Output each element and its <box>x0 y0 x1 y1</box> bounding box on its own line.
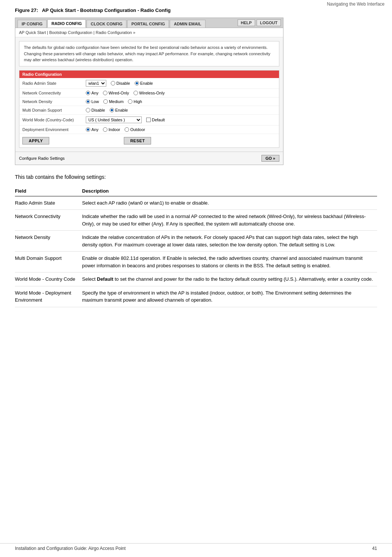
col-field: Field <box>15 186 82 196</box>
table-row: Network Density Low Medium <box>19 97 279 106</box>
reset-button[interactable]: RESET <box>124 137 151 144</box>
field-label: Deployment Environment <box>19 125 83 134</box>
nav-tabs-bar: IP CONFIG RADIO CONFIG CLOCK CONFIG PORT… <box>15 18 283 28</box>
radio-circle-medium <box>103 99 108 104</box>
tab-admin-email[interactable]: ADMIN EMAIL <box>170 20 205 28</box>
figure-title: Figure 27: AP Quick Start - Bootstrap Co… <box>15 7 377 13</box>
field-label: Radio Admin State <box>19 78 83 89</box>
help-button[interactable]: HELP <box>238 19 255 26</box>
radio-enable[interactable]: Enable <box>135 81 153 85</box>
col-description: Description <box>82 186 377 196</box>
field-controls: Any Wired-Only Wireless-Only <box>83 88 279 97</box>
radio-circle-enable <box>135 81 139 85</box>
table-row: Multi Domain Support Disable Enable <box>19 106 279 114</box>
radio-circle-low <box>86 99 90 104</box>
table-row: World Mode - Deployment Environment Spec… <box>15 286 377 307</box>
field-name: Network Density <box>15 231 82 252</box>
field-description-table: Field Description Radio Admin State Sele… <box>15 186 377 307</box>
tab-portal-config[interactable]: PORTAL CONFIG <box>127 20 169 28</box>
config-table: Radio Admin State wlan1 wlan0 Disable <box>19 78 279 134</box>
tab-clock-config[interactable]: CLOCK CONFIG <box>87 20 126 28</box>
bold-default: Default <box>97 276 113 282</box>
radio-multi-disable[interactable]: Disable <box>86 108 105 112</box>
field-name: World Mode - Deployment Environment <box>15 286 82 307</box>
radio-low[interactable]: Low <box>86 99 99 104</box>
field-name: Network Connectivity <box>15 210 82 231</box>
radio-circle-outdoor <box>125 127 129 132</box>
field-label: Network Density <box>19 97 83 106</box>
radio-medium[interactable]: Medium <box>103 99 123 104</box>
field-label: Multi Domain Support <box>19 106 83 114</box>
radio-circle-disable <box>111 81 115 85</box>
field-desc: Indicate whether the radio will be used … <box>82 210 377 231</box>
radio-any[interactable]: Any <box>86 91 98 95</box>
radio-wired-only[interactable]: Wired-Only <box>103 91 129 95</box>
radio-wireless-only[interactable]: Wireless-Only <box>134 91 164 95</box>
table-row: Radio Admin State Select each AP radio (… <box>15 196 377 210</box>
top-right-label: Navigating the Web Interface <box>327 0 385 8</box>
logout-button[interactable]: LOGOUT <box>257 19 281 26</box>
radio-deploy-indoor[interactable]: Indoor <box>103 127 120 132</box>
radio-circle-multi-enable <box>110 108 114 112</box>
config-section-header: Radio Configuration <box>19 71 279 78</box>
field-label: World Mode (Country-Code) <box>19 114 83 125</box>
tab-ip-config[interactable]: IP CONFIG <box>18 20 47 28</box>
country-code-select[interactable]: US ( United States ) <box>86 116 142 123</box>
table-row: Network Density Indicate the relative co… <box>15 231 377 252</box>
field-controls: Low Medium High <box>83 97 279 106</box>
apply-button[interactable]: APPLY <box>22 137 49 144</box>
field-name: World Mode - Country Code <box>15 273 82 286</box>
field-controls: wlan1 wlan0 Disable Enable <box>83 78 279 89</box>
desc-intro: This tab contains the following settings… <box>15 174 377 180</box>
nav-tabs-left: IP CONFIG RADIO CONFIG CLOCK CONFIG PORT… <box>18 19 206 28</box>
footer-left: Installation and Configuration Guide: Ai… <box>15 546 126 551</box>
field-desc: Specify the type of environment in which… <box>82 286 377 307</box>
field-controls: US ( United States ) Default <box>83 114 279 125</box>
default-checkbox-item[interactable]: Default <box>146 118 165 122</box>
field-desc: Indicate the relative concentration of A… <box>82 231 377 252</box>
radio-circle-high <box>128 99 132 104</box>
tab-radio-config[interactable]: RADIO CONFIG <box>47 19 86 28</box>
default-checkbox <box>146 118 151 122</box>
radio-circle-wired <box>103 91 107 95</box>
table-row: World Mode (Country-Code) US ( United St… <box>19 114 279 125</box>
go-row-label: Configure Radio Settings <box>19 156 65 161</box>
config-section: Radio Configuration Radio Admin State wl… <box>19 70 279 148</box>
radio-deploy-outdoor[interactable]: Outdoor <box>125 127 145 132</box>
radio-high[interactable]: High <box>128 99 142 104</box>
table-row: Deployment Environment Any Indoor <box>19 125 279 134</box>
table-row: Radio Admin State wlan1 wlan0 Disable <box>19 78 279 89</box>
breadcrumb: AP Quick Start | Bootstrap Configuration… <box>15 28 283 37</box>
radio-circle-wireless <box>134 91 138 95</box>
nav-tabs-right: HELP LOGOUT <box>238 19 281 28</box>
ap-mockup: IP CONFIG RADIO CONFIG CLOCK CONFIG PORT… <box>15 18 283 165</box>
table-row: Network Connectivity Indicate whether th… <box>15 210 377 231</box>
radio-admin-state-select[interactable]: wlan1 wlan0 <box>86 80 106 87</box>
info-box: The defaults for global radio configurat… <box>19 41 279 66</box>
go-button[interactable]: GO » <box>261 155 279 162</box>
radio-circle-multi-disable <box>86 108 90 112</box>
field-name: Radio Admin State <box>15 196 82 210</box>
radio-circle-any <box>86 91 90 95</box>
table-row: Multi Domain Support Enable or disable 8… <box>15 252 377 273</box>
radio-disable[interactable]: Disable <box>111 81 130 85</box>
footer-right: 41 <box>372 546 377 551</box>
table-row: World Mode - Country Code Select Default… <box>15 273 377 286</box>
radio-circle-indoor <box>103 127 107 132</box>
field-label: Network Connectivity <box>19 88 83 97</box>
field-controls: Disable Enable <box>83 106 279 114</box>
field-desc: Select each AP radio (wlan0 or wlan1) to… <box>82 196 377 210</box>
table-row: Network Connectivity Any Wired-Only <box>19 88 279 97</box>
radio-deploy-any[interactable]: Any <box>86 127 98 132</box>
action-row: APPLY RESET <box>19 134 279 147</box>
field-desc: Select Default to set the channel and po… <box>82 273 377 286</box>
field-name: Multi Domain Support <box>15 252 82 273</box>
radio-circle-deploy-any <box>86 127 90 132</box>
go-row: Configure Radio Settings GO » <box>15 152 283 165</box>
field-desc: Enable or disable 802.11d operation. If … <box>82 252 377 273</box>
field-controls: Any Indoor Outdoor <box>83 125 279 134</box>
radio-multi-enable[interactable]: Enable <box>110 108 128 112</box>
page-footer: Installation and Configuration Guide: Ai… <box>0 543 392 553</box>
